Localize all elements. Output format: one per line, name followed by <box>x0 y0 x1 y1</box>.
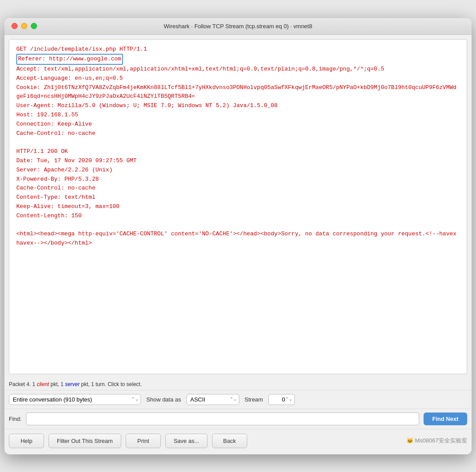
tcp-stream-content[interactable]: GET /include/template/isx.php HTTP/1.1Re… <box>9 39 467 374</box>
packet-info-middle: pkt, 1 <box>49 381 65 387</box>
tcp-line: Date: Tue, 17 Nov 2020 09:27:55 GMT <box>16 156 460 166</box>
tcp-line: GET /include/template/isx.php HTTP/1.1 <box>16 45 460 54</box>
stream-input-wrapper <box>268 394 295 405</box>
tcp-line: Accept-Language: en-us,en;q=0.5 <box>16 74 460 83</box>
tcp-line: Cache-Control: no-cache <box>16 184 460 193</box>
conversation-dropdown-wrapper: Entire conversation (910 bytes)Client pa… <box>9 394 141 405</box>
packet-info-prefix: Packet 4. 1 <box>9 381 37 387</box>
packet-info-suffix: pkt, 1 turn. Click to select. <box>80 381 142 387</box>
data-format-select[interactable]: ASCIIHex DumpC ArraysRaw <box>186 394 239 405</box>
tcp-line: Server: Apache/2.2.26 (Unix) <box>16 166 460 175</box>
back-button[interactable]: Back <box>212 434 247 448</box>
find-label: Find: <box>9 416 22 422</box>
tcp-line: <html><head><mega http-equiv='CACHE-CONT… <box>16 230 460 248</box>
tcp-line: Accept: text/xml,application/xml,applica… <box>16 65 460 74</box>
close-button[interactable] <box>11 23 18 29</box>
find-row: Find: Find Next <box>4 409 472 429</box>
tcp-line: User-Agent: Mozilla/5.0 (Windows; U; MSI… <box>16 101 460 111</box>
traffic-lights <box>11 23 37 29</box>
tcp-line <box>16 221 460 230</box>
tcp-line: X-Powered-By: PHP/5.3.28 <box>16 175 460 184</box>
client-label: client <box>37 381 49 387</box>
wireshark-window: Wireshark · Follow TCP Stream (tcp.strea… <box>4 18 472 454</box>
maximize-button[interactable] <box>31 23 37 29</box>
tcp-line: Host: 192.168.1.55 <box>16 111 460 120</box>
tcp-line: Content-Type: text/html <box>16 193 460 202</box>
title-bar: Wireshark · Follow TCP Stream (tcp.strea… <box>4 18 472 35</box>
packet-info: Packet 4. 1 client pkt, 1 server pkt, 1 … <box>4 379 472 390</box>
print-button[interactable]: Print <box>126 434 161 448</box>
watermark: 🐱 Ms08067安全实验室 <box>406 437 467 445</box>
window-title: Wireshark · Follow TCP Stream (tcp.strea… <box>164 23 312 30</box>
stream-input[interactable] <box>268 394 295 405</box>
tcp-line: Keep-Alive: timeout=3, max=100 <box>16 202 460 212</box>
filter-out-stream-button[interactable]: Filter Out This Stream <box>48 434 121 448</box>
tcp-line: HTTP/1.1 200 OK <box>16 147 460 156</box>
help-button[interactable]: Help <box>9 434 44 448</box>
show-data-label: Show data as <box>146 396 181 403</box>
bottom-row: Help Filter Out This Stream Print Save a… <box>4 429 472 454</box>
save-as-button[interactable]: Save as... <box>165 434 208 448</box>
tcp-line <box>16 138 460 147</box>
tcp-line: Content-Length: 150 <box>16 212 460 221</box>
find-input[interactable] <box>26 413 419 425</box>
tcp-line: Cookie: Zh1j0t6TNzXfQ7VA8ZvZqbFm4jeKmKKn… <box>16 83 460 102</box>
find-next-button[interactable]: Find Next <box>424 413 467 425</box>
tcp-line: Referer: http://www.google.com <box>16 54 460 65</box>
controls-row: Entire conversation (910 bytes)Client pa… <box>4 390 472 409</box>
conversation-select[interactable]: Entire conversation (910 bytes)Client pa… <box>9 394 141 405</box>
stream-label: Stream <box>245 396 263 403</box>
tcp-line: Cache-Control: no-cache <box>16 129 460 138</box>
server-label: server <box>65 381 79 387</box>
data-format-dropdown-wrapper: ASCIIHex DumpC ArraysRaw <box>186 394 239 405</box>
tcp-line: Connection: Keep-Alive <box>16 120 460 129</box>
minimize-button[interactable] <box>21 23 27 29</box>
